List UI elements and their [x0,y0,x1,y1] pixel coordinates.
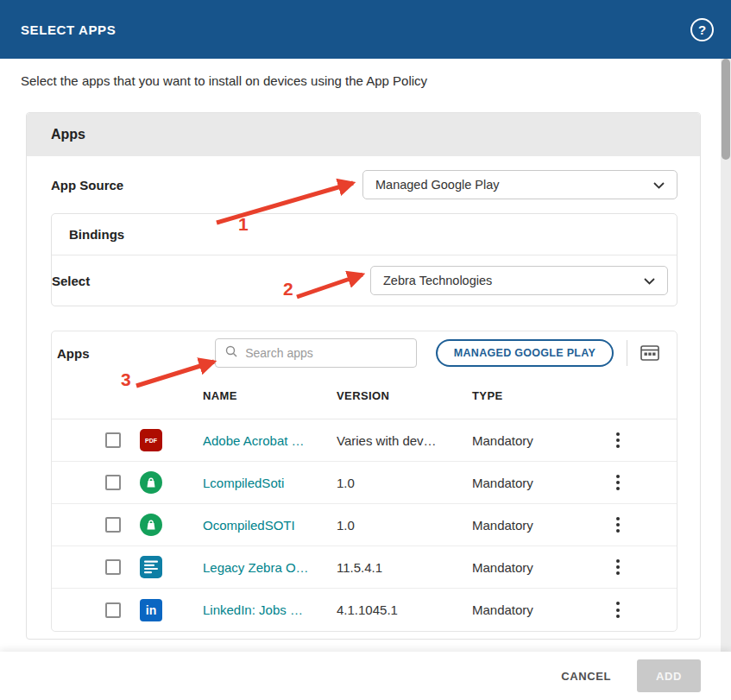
row-checkbox[interactable] [105,559,121,575]
chevron-down-icon [653,178,665,192]
dialog-footer: CANCEL ADD [0,652,731,700]
zebra-app-icon [140,556,162,578]
intro-text: Select the apps that you want to install… [21,73,427,88]
app-name-link[interactable]: Adobe Acrobat … [203,433,337,448]
linkedin-icon: in [140,599,162,621]
annotation-number-3: 3 [121,369,131,390]
dialog-title: SELECT APPS [21,22,116,37]
select-apps-dialog: SELECT APPS ? Select the apps that you w… [0,0,731,700]
table-row[interactable]: in LinkedIn: Jobs … 4.1.1045.1 Mandatory [52,589,677,631]
search-apps-input[interactable] [245,346,407,360]
green-bag-app-icon [140,471,162,494]
app-type: Mandatory [472,518,601,533]
app-grid-icon[interactable] [639,342,661,364]
row-checkbox[interactable] [105,432,121,448]
row-menu-kebab-icon[interactable] [613,470,623,495]
app-name-link[interactable]: Legacy Zebra O… [203,560,337,575]
app-version: 11.5.4.1 [337,560,472,575]
app-type: Mandatory [472,433,601,448]
app-version: 1.0 [337,518,472,533]
scrollbar-thumb[interactable] [722,59,730,160]
add-button[interactable]: ADD [637,659,701,692]
row-menu-kebab-icon[interactable] [613,554,623,580]
app-name-link[interactable]: OcompiledSOTI [203,518,337,533]
annotation-arrow-1 [210,171,370,231]
cancel-button[interactable]: CANCEL [561,670,611,683]
help-icon[interactable]: ? [690,18,714,41]
dialog-header: SELECT APPS ? [0,0,731,59]
app-type: Mandatory [472,560,601,575]
app-name-link[interactable]: LinkedIn: Jobs … [203,602,337,617]
app-source-value: Managed Google Play [375,178,500,192]
column-header-type: TYPE [472,389,601,402]
chevron-down-icon [644,274,655,287]
row-menu-kebab-icon[interactable] [613,597,623,623]
row-menu-kebab-icon[interactable] [613,427,623,453]
annotation-arrow-2 [292,264,378,302]
app-version: Varies with dev… [337,433,472,448]
green-bag-app-icon [140,514,162,536]
table-row[interactable]: Legacy Zebra O… 11.5.4.1 Mandatory [52,546,677,589]
row-checkbox[interactable] [105,517,121,533]
app-version: 4.1.1045.1 [337,602,472,617]
app-version: 1.0 [337,476,472,490]
app-type: Mandatory [472,476,601,490]
search-apps-box[interactable] [215,338,417,368]
app-source-dropdown[interactable]: Managed Google Play [362,170,677,199]
column-header-version: VERSION [337,389,472,402]
binding-select-dropdown[interactable]: Zebra Technologies [370,266,668,295]
managed-google-play-button[interactable]: MANAGED GOOGLE PLAY [436,339,614,367]
row-checkbox[interactable] [105,475,121,490]
toolbar-divider [627,340,627,366]
scrollbar-track[interactable] [721,59,731,652]
annotation-number-2: 2 [283,279,293,300]
apps-panel-title: Apps [27,113,700,156]
app-name-link[interactable]: LcompiledSoti [203,476,337,490]
table-row[interactable]: PDF Adobe Acrobat … Varies with dev… Man… [52,419,677,462]
annotation-number-1: 1 [238,214,249,235]
adobe-acrobat-icon: PDF [140,429,162,451]
row-menu-kebab-icon[interactable] [613,512,623,538]
table-row[interactable]: LcompiledSoti 1.0 Mandatory [52,462,677,504]
row-checkbox[interactable] [105,602,121,618]
binding-select-value: Zebra Technologies [383,274,492,287]
app-type: Mandatory [472,602,601,617]
table-row[interactable]: OcompiledSOTI 1.0 Mandatory [52,504,677,546]
annotation-arrow-3 [129,350,231,392]
